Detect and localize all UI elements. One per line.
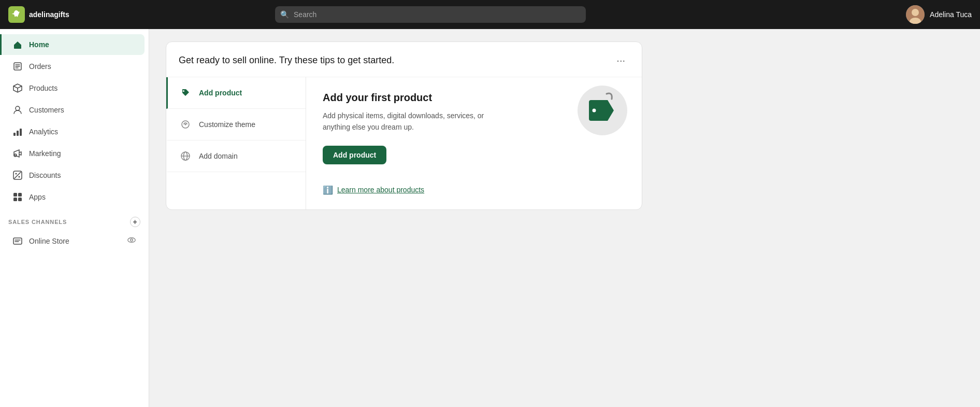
svg-point-5 [16, 106, 20, 110]
sidebar-item-products-label: Products [29, 84, 57, 92]
user-name-label: Adelina Tuca [930, 10, 972, 19]
info-icon: ℹ️ [323, 185, 333, 195]
svg-rect-14 [18, 193, 22, 197]
svg-point-25 [593, 109, 596, 113]
learn-link-row: ℹ️ Learn more about products [323, 164, 625, 195]
sidebar: Home Orders Products Customers [0, 29, 149, 407]
content-panel: Add your first product Add physical item… [306, 77, 642, 209]
sidebar-item-analytics[interactable]: Analytics [4, 121, 145, 142]
avatar [906, 5, 925, 24]
online-store-label: Online Store [29, 237, 69, 245]
home-icon [12, 39, 23, 50]
sidebar-item-analytics-label: Analytics [29, 128, 58, 136]
content-description: Add physical items, digital downloads, s… [323, 110, 509, 133]
step-customize-theme-label: Customize theme [199, 120, 255, 129]
sidebar-item-orders-label: Orders [29, 62, 51, 71]
main-content: Get ready to sell online. Try these tips… [149, 29, 980, 407]
online-store-icon [12, 236, 23, 246]
user-area: Adelina Tuca [906, 5, 972, 24]
products-icon [12, 83, 23, 93]
svg-point-2 [912, 9, 919, 16]
step-add-domain[interactable]: Add domain [166, 141, 306, 172]
sales-channels-section: SALES CHANNELS + [0, 208, 149, 229]
sidebar-nav: Home Orders Products Customers [0, 29, 149, 257]
setup-card: Get ready to sell online. Try these tips… [166, 41, 642, 210]
svg-point-18 [128, 238, 135, 243]
search-bar: 🔍 [275, 6, 586, 23]
more-options-button[interactable]: ··· [612, 52, 629, 68]
svg-rect-7 [17, 131, 19, 136]
svg-rect-15 [13, 198, 17, 201]
steps-panel: Add product Customize theme Add domain [166, 77, 306, 209]
sidebar-item-apps-label: Apps [29, 193, 46, 201]
analytics-icon [12, 127, 23, 137]
svg-rect-16 [18, 198, 22, 201]
card-header: Get ready to sell online. Try these tips… [166, 42, 642, 77]
eye-icon[interactable] [127, 235, 136, 246]
svg-rect-17 [13, 238, 22, 244]
learn-more-link[interactable]: Learn more about products [337, 186, 424, 194]
customers-icon [12, 105, 23, 115]
add-product-button[interactable]: Add product [323, 146, 386, 164]
add-sales-channel-icon[interactable]: + [130, 217, 140, 227]
discounts-icon [12, 170, 23, 180]
svg-point-20 [183, 90, 184, 92]
step-add-product-label: Add product [199, 89, 242, 97]
palette-icon [178, 117, 193, 132]
apps-icon [12, 192, 23, 202]
domain-icon [178, 149, 193, 163]
main-layout: Home Orders Products Customers [0, 29, 980, 407]
svg-point-10 [16, 173, 17, 175]
tag-circle-bg [578, 86, 627, 135]
svg-rect-8 [20, 129, 22, 136]
card-body: Add product Customize theme Add domain [166, 77, 642, 209]
svg-rect-13 [13, 193, 17, 197]
marketing-icon [12, 148, 23, 159]
online-store-item[interactable]: Online Store [4, 230, 145, 251]
sidebar-item-home[interactable]: Home [0, 34, 145, 55]
step-add-product[interactable]: Add product [166, 77, 306, 109]
sales-channels-label: SALES CHANNELS [8, 219, 67, 225]
sidebar-item-apps[interactable]: Apps [4, 187, 145, 207]
tag-illustration [578, 86, 629, 143]
search-input[interactable] [275, 6, 586, 23]
orders-icon [12, 61, 23, 72]
svg-point-22 [185, 124, 186, 125]
step-customize-theme[interactable]: Customize theme [166, 109, 306, 141]
tag-svg-image [584, 90, 621, 131]
card-header-title: Get ready to sell online. Try these tips… [179, 55, 394, 66]
svg-point-19 [131, 239, 133, 242]
sidebar-item-marketing-label: Marketing [29, 149, 61, 158]
svg-rect-6 [13, 133, 16, 136]
sidebar-item-discounts[interactable]: Discounts [4, 165, 145, 186]
store-name: adelinagifts [29, 10, 69, 19]
sidebar-item-home-label: Home [29, 40, 49, 49]
svg-point-11 [19, 176, 20, 178]
top-header: adelinagifts 🔍 Adelina Tuca [0, 0, 980, 29]
shopify-logo-icon [8, 6, 25, 23]
search-icon: 🔍 [280, 10, 289, 19]
sidebar-item-customers[interactable]: Customers [4, 100, 145, 120]
tag-icon [178, 86, 193, 100]
sidebar-item-customers-label: Customers [29, 106, 64, 114]
sidebar-item-discounts-label: Discounts [29, 171, 61, 179]
logo-area: adelinagifts [8, 6, 112, 23]
step-add-domain-label: Add domain [199, 152, 238, 160]
sidebar-item-orders[interactable]: Orders [4, 56, 145, 77]
sidebar-item-marketing[interactable]: Marketing [4, 143, 145, 164]
sidebar-item-products[interactable]: Products [4, 78, 145, 99]
